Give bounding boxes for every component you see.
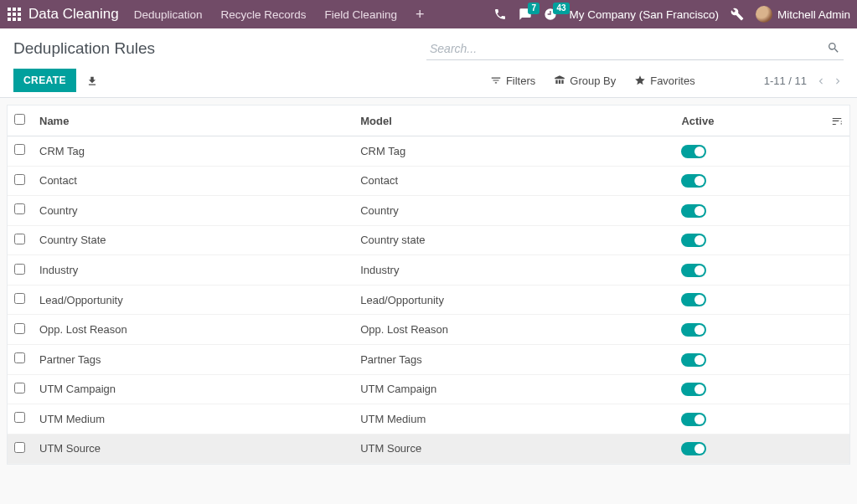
row-checkbox[interactable]: [14, 293, 25, 304]
messages-badge: 7: [528, 3, 539, 14]
pager-next[interactable]: [832, 74, 844, 87]
systray-debug-icon[interactable]: [731, 8, 744, 21]
active-toggle[interactable]: [681, 413, 706, 426]
active-toggle[interactable]: [681, 234, 706, 247]
row-checkbox[interactable]: [14, 383, 25, 393]
table-row[interactable]: Opp. Lost ReasonOpp. Lost Reason: [8, 315, 849, 345]
cell-name: Partner Tags: [33, 344, 354, 374]
cell-model: Industry: [354, 255, 674, 285]
cell-model: Contact: [354, 166, 674, 196]
control-panel: Deduplication Rules CREATE Filters Group…: [0, 28, 857, 98]
brand-name[interactable]: Data Cleaning: [28, 6, 119, 23]
table-row[interactable]: Lead/OpportunityLead/Opportunity: [8, 285, 849, 315]
apps-icon[interactable]: [7, 7, 22, 22]
svg-rect-8: [18, 18, 21, 21]
import-button[interactable]: [86, 74, 98, 87]
table-row[interactable]: Partner TagsPartner Tags: [8, 344, 849, 374]
cell-name: CRM Tag: [33, 136, 354, 167]
row-checkbox[interactable]: [14, 442, 25, 453]
filters-button[interactable]: Filters: [490, 75, 535, 87]
row-checkbox[interactable]: [14, 234, 25, 244]
cell-model: Opp. Lost Reason: [354, 315, 674, 345]
svg-rect-2: [18, 8, 21, 11]
cell-model: UTM Medium: [354, 404, 674, 435]
table-row[interactable]: CountryCountry: [8, 196, 849, 226]
systray-call-icon[interactable]: [493, 8, 507, 21]
column-active[interactable]: Active: [674, 105, 821, 136]
nav-recycle-records[interactable]: Recycle Records: [221, 8, 307, 21]
systray-activities-icon[interactable]: 43: [544, 8, 557, 21]
search-input[interactable]: [426, 37, 844, 60]
active-toggle[interactable]: [681, 293, 706, 306]
active-toggle[interactable]: [681, 264, 706, 277]
table-row[interactable]: Country StateCountry state: [8, 225, 849, 255]
row-checkbox[interactable]: [14, 412, 25, 423]
rules-table: Name Model Active CRM TagCRM TagContactC…: [8, 105, 849, 464]
select-all-checkbox[interactable]: [14, 114, 25, 125]
activities-badge: 43: [553, 3, 569, 14]
topnav-right: 7 43 My Company (San Francisco) Mitchell…: [493, 6, 850, 23]
table-row[interactable]: CRM TagCRM Tag: [8, 136, 849, 167]
row-checkbox[interactable]: [14, 174, 25, 185]
create-button[interactable]: CREATE: [13, 69, 76, 92]
cell-model: CRM Tag: [354, 136, 674, 167]
row-checkbox[interactable]: [14, 144, 25, 155]
favorites-button[interactable]: Favorites: [634, 75, 694, 87]
cell-name: Country: [33, 196, 354, 226]
cell-name: Lead/Opportunity: [33, 285, 354, 315]
cell-model: Partner Tags: [354, 344, 674, 374]
page-title: Deduplication Rules: [13, 39, 155, 58]
nav-deduplication[interactable]: Deduplication: [134, 8, 203, 21]
pager-prev[interactable]: [815, 74, 827, 87]
groupby-button[interactable]: Group By: [554, 75, 616, 87]
svg-rect-5: [18, 13, 21, 16]
cell-model: UTM Campaign: [354, 374, 674, 404]
active-toggle[interactable]: [681, 353, 706, 367]
cell-name: Contact: [33, 166, 354, 196]
company-switcher[interactable]: My Company (San Francisco): [569, 8, 719, 21]
avatar: [756, 6, 772, 23]
cell-name: Industry: [33, 255, 354, 285]
active-toggle[interactable]: [681, 323, 706, 337]
table-row[interactable]: UTM SourceUTM Source: [8, 434, 849, 464]
search-icon[interactable]: [827, 40, 840, 54]
nav-field-cleaning[interactable]: Field Cleaning: [325, 8, 397, 21]
systray-messages-icon[interactable]: 7: [519, 8, 532, 21]
svg-rect-4: [13, 13, 16, 16]
groupby-label: Group By: [570, 75, 616, 87]
pager-value[interactable]: 1-11 / 11: [764, 75, 807, 87]
active-toggle[interactable]: [681, 204, 706, 218]
topnav: Data Cleaning Deduplication Recycle Reco…: [0, 0, 857, 28]
active-toggle[interactable]: [681, 174, 706, 188]
list-view: Name Model Active CRM TagCRM TagContactC…: [7, 105, 850, 465]
svg-rect-7: [13, 18, 16, 21]
active-toggle[interactable]: [681, 383, 706, 396]
row-checkbox[interactable]: [14, 264, 25, 275]
table-row[interactable]: UTM CampaignUTM Campaign: [8, 374, 849, 404]
table-row[interactable]: IndustryIndustry: [8, 255, 849, 285]
user-menu[interactable]: Mitchell Admin: [756, 6, 850, 23]
row-checkbox[interactable]: [14, 352, 25, 363]
user-name: Mitchell Admin: [777, 8, 850, 21]
filters-label: Filters: [506, 75, 535, 87]
nav-add-menu[interactable]: +: [416, 6, 425, 23]
svg-rect-6: [8, 18, 11, 21]
optional-columns-icon[interactable]: [831, 114, 843, 126]
table-row[interactable]: ContactContact: [8, 166, 849, 196]
svg-rect-3: [8, 13, 11, 16]
active-toggle[interactable]: [681, 145, 706, 158]
cell-model: Country state: [354, 225, 674, 255]
cell-name: UTM Medium: [33, 404, 354, 435]
cell-model: Country: [354, 196, 674, 226]
row-checkbox[interactable]: [14, 323, 25, 334]
column-model[interactable]: Model: [354, 105, 674, 136]
column-name[interactable]: Name: [33, 105, 354, 136]
row-checkbox[interactable]: [14, 203, 25, 214]
active-toggle[interactable]: [681, 442, 706, 455]
main-menu: Deduplication Recycle Records Field Clea…: [134, 6, 425, 23]
svg-rect-0: [8, 8, 11, 11]
svg-rect-1: [13, 8, 16, 11]
pager: 1-11 / 11: [764, 74, 844, 87]
table-row[interactable]: UTM MediumUTM Medium: [8, 404, 849, 435]
cell-model: Lead/Opportunity: [354, 285, 674, 315]
